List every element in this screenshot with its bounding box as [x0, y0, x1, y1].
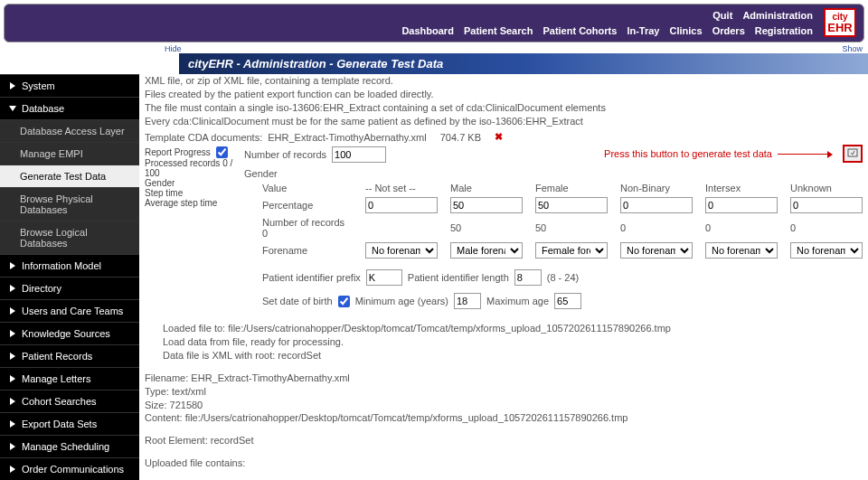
- size-label: Size:: [145, 400, 166, 410]
- pid-length-input[interactable]: [514, 269, 542, 286]
- caret-right-icon: [9, 375, 16, 382]
- sidebar-group-users-care[interactable]: Users and Care Teams: [0, 299, 139, 322]
- sidebar-label-users-care: Users and Care Teams: [22, 306, 123, 316]
- pid-length-label: Patient identifier length: [408, 272, 509, 283]
- nav-patient-search[interactable]: Patient Search: [464, 25, 533, 36]
- report-progress-label: Report Progress: [145, 147, 211, 157]
- sidebar-group-order-comm[interactable]: Order Communications: [0, 457, 139, 480]
- pct-male-input[interactable]: [450, 197, 523, 213]
- nav-patient-cohorts[interactable]: Patient Cohorts: [542, 25, 617, 36]
- nav-quit[interactable]: Quit: [712, 10, 732, 21]
- pct-notset-input[interactable]: [365, 197, 438, 213]
- sidebar-label-database: Database: [22, 103, 64, 114]
- pid-prefix-label: Patient identifier prefix: [262, 272, 361, 283]
- sidebar-item-manage-empi[interactable]: Manage EMPI: [0, 142, 139, 165]
- delete-template-icon[interactable]: ✖: [495, 131, 503, 143]
- nav-clinics[interactable]: Clinics: [670, 25, 703, 36]
- pct-female-input[interactable]: [535, 197, 608, 213]
- nav-administration[interactable]: Administration: [742, 10, 813, 21]
- logo-line2: EHR: [826, 22, 854, 33]
- forename-nonbinary-select[interactable]: No forename: [620, 242, 693, 259]
- max-age-input[interactable]: [554, 293, 581, 309]
- sidebar-group-manage-letters[interactable]: Manage Letters: [0, 367, 139, 390]
- sidebar-item-generate-test[interactable]: Generate Test Data: [0, 165, 139, 187]
- generate-button[interactable]: [843, 145, 863, 163]
- caret-right-icon: [9, 82, 16, 89]
- nav-orders[interactable]: Orders: [712, 25, 745, 36]
- sidebar-group-manage-scheduling[interactable]: Manage Scheduling: [0, 435, 139, 457]
- top-bar: Quit Administration Dashboard Patient Se…: [4, 4, 864, 42]
- sidebar-label-export-data: Export Data Sets: [22, 419, 97, 429]
- num-records-input[interactable]: [332, 146, 386, 163]
- hide-link[interactable]: Hide: [165, 44, 182, 53]
- forename-unknown-select[interactable]: No forename: [790, 242, 863, 259]
- pid-prefix-input[interactable]: [366, 269, 402, 286]
- rec-total: 0: [262, 228, 268, 239]
- sidebar-label-cohort-searches: Cohort Searches: [22, 396, 97, 407]
- annotation: Press this button to generate test data: [604, 148, 832, 159]
- forename-male-select[interactable]: Male forename: [450, 242, 523, 259]
- rec-unknown: 0: [790, 222, 863, 233]
- nav-dashboard[interactable]: Dashboard: [401, 25, 453, 36]
- forename-female-select[interactable]: Female forename: [535, 242, 608, 259]
- pct-unknown-input[interactable]: [790, 197, 863, 213]
- caret-right-icon: [9, 285, 16, 292]
- forename-notset-select[interactable]: No forename: [365, 242, 438, 259]
- pct-intersex-input[interactable]: [705, 197, 778, 213]
- arrow-icon: [778, 154, 832, 155]
- type-label: Type:: [145, 386, 169, 397]
- col-unknown: Unknown: [790, 183, 863, 193]
- intro-line: Files created by the patient export func…: [145, 88, 863, 101]
- row-numrecords-label: Number of records: [262, 217, 344, 228]
- content-label: Content:: [145, 412, 183, 423]
- svg-marker-7: [10, 375, 15, 382]
- caret-right-icon: [9, 420, 16, 428]
- sidebar-group-system[interactable]: System: [0, 74, 139, 97]
- caret-right-icon: [9, 262, 16, 269]
- pid-length-range: (8 - 24): [547, 272, 579, 283]
- file-line: Data file is XML with root: recordSet: [163, 349, 863, 362]
- min-age-input[interactable]: [454, 293, 481, 309]
- svg-marker-6: [10, 353, 15, 360]
- svg-marker-9: [10, 420, 15, 428]
- intro-line: Every cda:ClinicalDocument must be for t…: [145, 115, 863, 128]
- content-value: file:/Users/catrionahopper/Desktop/tomca…: [185, 412, 628, 423]
- processed-records: Processed records 0 / 100: [145, 158, 244, 178]
- nav-in-tray[interactable]: In-Tray: [627, 25, 659, 36]
- nav-registration[interactable]: Registration: [755, 25, 813, 36]
- caret-right-icon: [9, 443, 16, 450]
- show-link[interactable]: Show: [842, 44, 863, 53]
- logo-line1: city: [826, 13, 854, 22]
- set-dob-checkbox[interactable]: [338, 296, 350, 307]
- pct-nonbinary-input[interactable]: [620, 197, 693, 213]
- rec-male: 50: [450, 222, 523, 233]
- col-value: Value: [262, 183, 353, 193]
- col-intersex: Intersex: [705, 183, 778, 193]
- caret-right-icon: [9, 398, 16, 405]
- page-title: cityEHR - Administration - Generate Test…: [179, 53, 868, 74]
- annotation-text: Press this button to generate test data: [604, 148, 772, 159]
- sidebar-group-patient-records[interactable]: Patient Records: [0, 344, 139, 367]
- gender-header: Gender: [244, 168, 863, 179]
- sidebar-item-access-layer[interactable]: Database Access Layer: [0, 119, 139, 142]
- sidebar-group-knowledge[interactable]: Knowledge Sources: [0, 322, 139, 344]
- sidebar-item-browse-physical[interactable]: Browse Physical Databases: [0, 187, 139, 221]
- root-value: recordSet: [211, 435, 254, 446]
- sidebar-label-system: System: [22, 80, 55, 91]
- sidebar-label-manage-scheduling: Manage Scheduling: [22, 441, 109, 452]
- filename-label: Filename:: [145, 372, 188, 383]
- sidebar-group-info-model[interactable]: Information Model: [0, 254, 139, 277]
- uploaded-contains: Uploaded file contains:: [145, 456, 863, 470]
- sidebar-group-directory[interactable]: Directory: [0, 277, 139, 299]
- svg-marker-4: [10, 307, 15, 315]
- intro-line: XML file, or zip of XML file, containing…: [145, 74, 863, 88]
- report-progress-checkbox[interactable]: [216, 146, 228, 158]
- set-dob-label: Set date of birth: [262, 296, 333, 306]
- svg-marker-8: [10, 398, 15, 405]
- row-forename-label: Forename: [262, 245, 353, 256]
- sidebar-group-cohort-searches[interactable]: Cohort Searches: [0, 390, 139, 412]
- forename-intersex-select[interactable]: No forename: [705, 242, 778, 259]
- sidebar-item-browse-logical[interactable]: Browse Logical Databases: [0, 221, 139, 254]
- sidebar-group-export-data[interactable]: Export Data Sets: [0, 412, 139, 435]
- sidebar-group-database[interactable]: Database: [0, 97, 139, 119]
